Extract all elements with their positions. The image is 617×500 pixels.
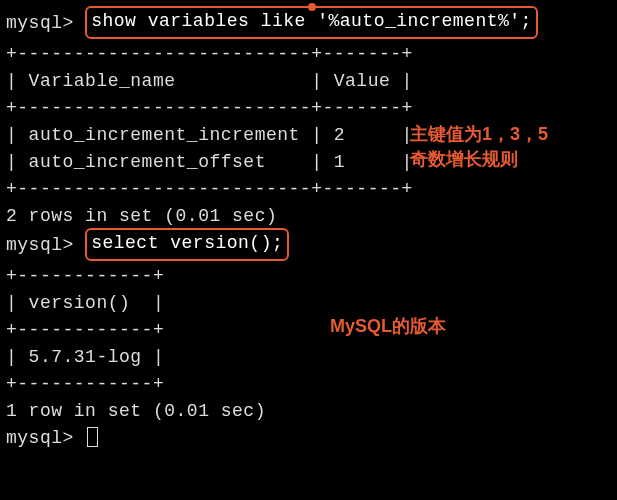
annotation-line-1: 主键值为1，3，5 (410, 122, 548, 147)
cmd-line-3[interactable]: mysql> (6, 425, 611, 452)
annotation-primary-key: 主键值为1，3，5 奇数增长规则 (410, 122, 548, 172)
table2-header: | version() | (6, 290, 611, 317)
table2-border-top: +------------+ (6, 263, 611, 290)
mysql-prompt: mysql> (6, 13, 85, 33)
table2-summary: 1 row in set (0.01 sec) (6, 398, 611, 425)
table1-border-mid: +--------------------------+-------+ (6, 95, 611, 122)
query-text-2: select version(); (91, 233, 283, 253)
mysql-prompt: mysql> (6, 235, 85, 255)
annotation-mysql-version: MySQL的版本 (330, 314, 446, 339)
table2-border-mid: +------------+ (6, 317, 611, 344)
cmd-line-1: mysql> show variables like '%auto_increm… (6, 8, 611, 41)
query-text-1: show variables like '%auto_increment%'; (91, 11, 532, 31)
highlight-box-query-1: show variables like '%auto_increment%'; (85, 6, 538, 39)
table1-header: | Variable_name | Value | (6, 68, 611, 95)
table1-border-bottom: +--------------------------+-------+ (6, 176, 611, 203)
table2-row-1: | 5.7.31-log | (6, 344, 611, 371)
highlight-box-query-2: select version(); (85, 228, 289, 261)
mysql-prompt: mysql> (6, 428, 85, 448)
table1-border-top: +--------------------------+-------+ (6, 41, 611, 68)
table2-border-bottom: +------------+ (6, 371, 611, 398)
table1-summary: 2 rows in set (0.01 sec) (6, 203, 611, 230)
annotation-line-2: 奇数增长规则 (410, 147, 548, 172)
cmd-line-2: mysql> select version(); (6, 230, 611, 263)
cursor-icon (87, 427, 98, 447)
